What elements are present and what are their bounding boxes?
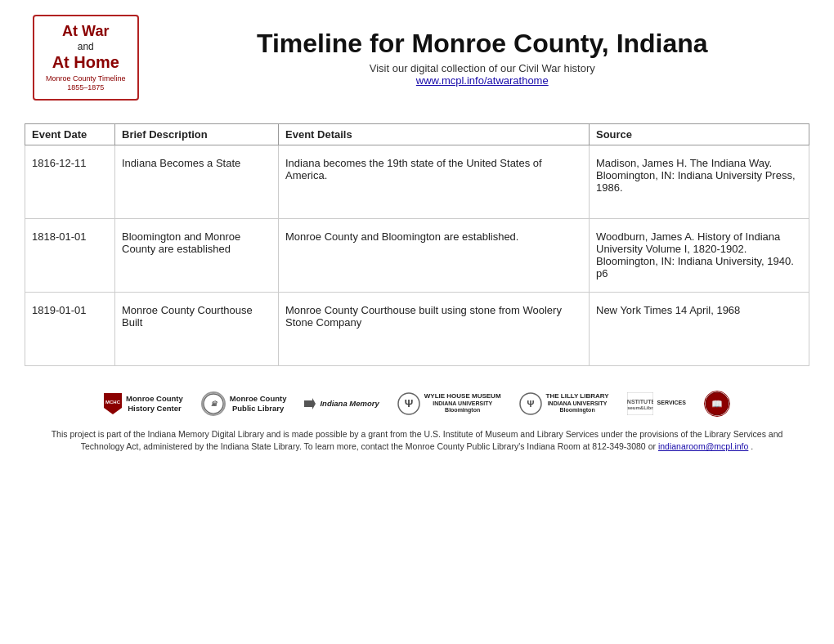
footer-email-link[interactable]: indianaroom@mcpl.info — [658, 441, 748, 451]
lilly-label-line2: INDIANA UNIVERSITY — [546, 400, 609, 407]
table-row: 1819-01-01 Monroe County Courthouse Buil… — [25, 292, 809, 365]
lilly-label-line3: Bloomington — [546, 407, 609, 414]
visit-text: Visit our digital collection of our Civi… — [164, 62, 801, 74]
row3-source: New York Times 14 April, 1968 — [590, 292, 809, 365]
row1-details: Indiana becomes the 19th state of the Un… — [279, 145, 590, 218]
logo-indiana-memory: Indiana Memory — [304, 398, 379, 409]
library-circle-icon: 🏛 — [201, 391, 226, 416]
logo-years: 1855–1875 — [46, 83, 126, 92]
header-title-block: Timeline for Monroe County, Indiana Visi… — [164, 29, 801, 87]
wylie-label-line1: WYLIE HOUSE MUSEUM — [424, 392, 501, 400]
table-row: 1816-12-11 Indiana Becomes a State India… — [25, 145, 809, 218]
col-source: Source — [590, 123, 809, 145]
logo-subtitle: Monroe County Timeline — [46, 74, 126, 83]
history-center-label-line2: History Center — [126, 404, 183, 413]
svg-text:MCHC: MCHC — [105, 400, 121, 405]
website-link[interactable]: www.mcpl.info/atwarathome — [416, 74, 549, 87]
col-brief-description: Brief Description — [115, 123, 279, 145]
lilly-library-icon: Ψ — [519, 392, 542, 415]
history-center-shield-icon: MCHC — [104, 393, 122, 414]
row1-date: 1816-12-11 — [25, 145, 115, 218]
museum-library-label: SERVICES — [657, 400, 686, 406]
wylie-house-icon: Ψ — [397, 392, 420, 415]
logo-at-home: At Home — [46, 52, 126, 72]
main-table-container: Event Date Brief Description Event Detai… — [25, 123, 809, 366]
logo-history-center: MCHC Monroe County History Center — [104, 393, 183, 414]
svg-text:Ψ: Ψ — [527, 399, 534, 409]
logo-museum-library-services: INSTITUTE Museum&Library SERVICES — [627, 392, 686, 415]
svg-marker-4 — [304, 398, 316, 409]
table-header-row: Event Date Brief Description Event Detai… — [25, 123, 809, 145]
row1-source: Madison, James H. The Indiana Way. Bloom… — [590, 145, 809, 218]
logo-public-library: 🏛 Monroe County Public Library — [201, 391, 287, 416]
col-event-details: Event Details — [279, 123, 590, 145]
row2-source: Woodburn, James A. History of Indiana Un… — [590, 218, 809, 292]
logo-lilly-library: Ψ THE LILLY LIBRARY INDIANA UNIVERSITY B… — [519, 392, 609, 415]
row3-date: 1819-01-01 — [25, 292, 115, 365]
disclaimer-end: . — [751, 441, 753, 451]
library-building-icon: 🏛 — [203, 392, 224, 415]
logo-indiana-state: 📖 — [704, 391, 730, 417]
timeline-table: Event Date Brief Description Event Detai… — [25, 123, 809, 366]
museum-library-icon: INSTITUTE Museum&Library — [627, 392, 653, 415]
row2-date: 1818-01-01 — [25, 218, 115, 292]
footer-logos: MCHC Monroe County History Center 🏛 Monr… — [25, 391, 809, 417]
svg-text:Museum&Library: Museum&Library — [627, 405, 653, 410]
wylie-label-line2: INDIANA UNIVERSITY — [424, 400, 501, 407]
col-event-date: Event Date — [25, 123, 115, 145]
indiana-book-circle-icon: 📖 — [704, 391, 730, 417]
library-label-line1: Monroe County — [230, 394, 287, 403]
svg-text:📖: 📖 — [711, 398, 723, 409]
logo-wylie-house: Ψ WYLIE HOUSE MUSEUM INDIANA UNIVERSITY … — [397, 392, 501, 415]
row3-brief: Monroe County Courthouse Built — [115, 292, 279, 365]
history-center-label-line1: Monroe County — [126, 394, 183, 403]
logo-and: and — [46, 41, 126, 52]
footer-disclaimer: This project is part of the Indiana Memo… — [0, 423, 834, 463]
library-label-line2: Public Library — [230, 404, 287, 413]
indiana-seal-icon: 📖 — [705, 391, 729, 416]
arrow-right-icon — [304, 398, 316, 409]
indiana-memory-label: Indiana Memory — [320, 399, 379, 408]
row3-details: Monroe County Courthouse built using sto… — [279, 292, 590, 365]
row2-brief: Bloomington and Monroe County are establ… — [115, 218, 279, 292]
table-row: 1818-01-01 Bloomington and Monroe County… — [25, 218, 809, 292]
logo-at-war: At War — [46, 23, 126, 41]
page-title: Timeline for Monroe County, Indiana — [164, 29, 801, 59]
row2-details: Monroe County and Bloomington are establ… — [279, 218, 590, 292]
row1-brief: Indiana Becomes a State — [115, 145, 279, 218]
page-header: At War and At Home Monroe County Timelin… — [0, 0, 834, 109]
site-logo: At War and At Home Monroe County Timelin… — [33, 15, 139, 101]
lilly-label-line1: THE LILLY LIBRARY — [546, 392, 609, 400]
svg-text:🏛: 🏛 — [210, 400, 217, 407]
svg-text:INSTITUTE: INSTITUTE — [627, 399, 653, 405]
svg-text:Ψ: Ψ — [405, 397, 414, 409]
wylie-label-line3: Bloomington — [424, 407, 501, 414]
